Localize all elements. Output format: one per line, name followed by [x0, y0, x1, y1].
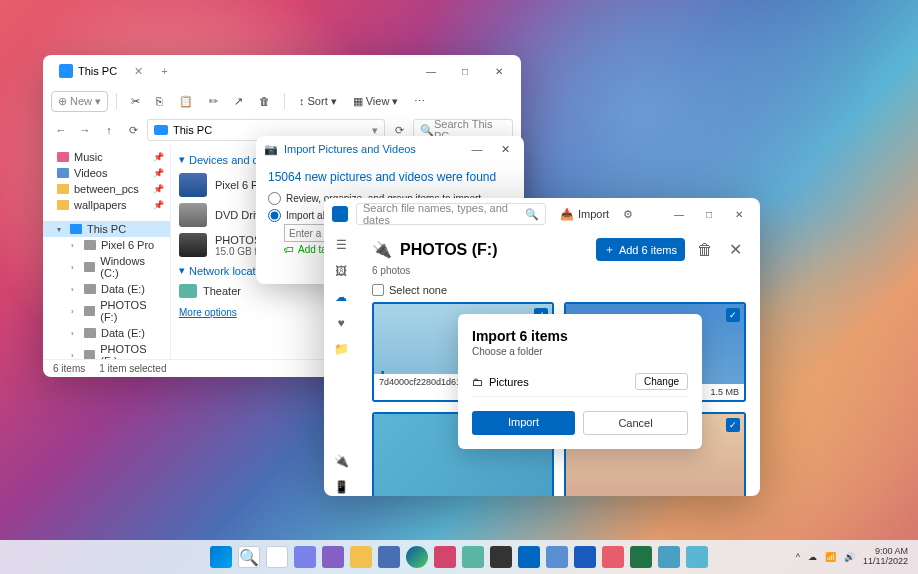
minimize-button[interactable]: —	[666, 209, 692, 220]
close-panel-icon[interactable]: ✕	[725, 240, 746, 259]
nav-onedrive-icon[interactable]: ☁	[332, 288, 350, 306]
nav-device-icon[interactable]: 📱	[332, 478, 350, 496]
tray-chevron-icon[interactable]: ^	[796, 552, 800, 562]
sidebar-item-wallpapers[interactable]: wallpapers📌	[43, 197, 170, 213]
sidebar-item-music[interactable]: Music📌	[43, 149, 170, 165]
import-button[interactable]: 📥Import	[554, 208, 615, 221]
history-button[interactable]: ⟳	[123, 124, 143, 137]
new-tab-button[interactable]: +	[161, 65, 167, 77]
close-button[interactable]: ✕	[494, 143, 516, 156]
share-button[interactable]: ↗	[228, 92, 249, 111]
nav-external-icon[interactable]: 🔌	[332, 452, 350, 470]
select-none-row[interactable]: Select none	[372, 282, 746, 298]
task-view-icon[interactable]	[266, 546, 288, 568]
tray-onedrive-icon[interactable]: ☁	[808, 552, 817, 562]
app-icon-8[interactable]	[602, 546, 624, 568]
search-icon[interactable]: 🔍	[238, 546, 260, 568]
sidebar-item-videos[interactable]: Videos📌	[43, 165, 170, 181]
change-button[interactable]: Change	[635, 373, 688, 390]
minimize-button[interactable]: —	[417, 61, 445, 81]
settings-icon[interactable]	[378, 546, 400, 568]
folder-name: Pictures	[489, 376, 529, 388]
file-explorer-icon[interactable]	[350, 546, 372, 568]
clock[interactable]: 9:00 AM 11/11/2022	[863, 547, 908, 567]
tray-volume-icon[interactable]: 🔊	[844, 552, 855, 562]
delete-button[interactable]: 🗑	[253, 92, 276, 110]
nav-all-photos-icon[interactable]: 🖼	[332, 262, 350, 280]
close-tab-icon[interactable]: ✕	[134, 65, 143, 78]
app-icon-10[interactable]	[658, 546, 680, 568]
photos-sidebar: ☰ 🖼 ☁ ♥ 📁 🔌 📱	[324, 230, 358, 496]
sidebar-item-data-e[interactable]: ›Data (E:)	[43, 281, 170, 297]
sort-button[interactable]: ↕ Sort ▾	[293, 92, 343, 111]
usb-drive-icon	[179, 233, 207, 257]
system-tray: ^ ☁ 📶 🔊 9:00 AM 11/11/2022	[796, 547, 918, 567]
explorer-tab[interactable]: This PC ✕	[51, 60, 151, 82]
add-items-button[interactable]: ＋Add 6 items	[596, 238, 685, 261]
back-button[interactable]: ←	[51, 124, 71, 136]
sidebar-item-pixel[interactable]: ›Pixel 6 Pro	[43, 237, 170, 253]
maximize-button[interactable]: □	[451, 61, 479, 81]
app-icon-11[interactable]	[686, 546, 708, 568]
music-icon	[57, 152, 69, 162]
usb-icon: 🔌	[372, 240, 392, 259]
app-icon-9[interactable]	[630, 546, 652, 568]
maximize-button[interactable]: □	[696, 209, 722, 220]
more-button[interactable]: ⋯	[408, 92, 431, 111]
radio-import-all[interactable]	[268, 209, 281, 222]
checkbox-checked-icon[interactable]: ✓	[726, 418, 740, 432]
close-button[interactable]: ✕	[726, 209, 752, 220]
import-titlebar: 📷 Import Pictures and Videos — ✕	[256, 136, 524, 162]
modal-folder-row: 🗀 Pictures Change	[472, 367, 688, 397]
copy-button[interactable]: ⎘	[150, 92, 169, 110]
app-icon-4[interactable]	[490, 546, 512, 568]
sidebar-item-windows-c[interactable]: ›Windows (C:)	[43, 253, 170, 281]
app-icon-1[interactable]	[322, 546, 344, 568]
search-icon: 🔍	[525, 208, 539, 221]
photos-app-window: Search file names, types, and dates 🔍 📥I…	[324, 198, 760, 496]
photos-titlebar: Search file names, types, and dates 🔍 📥I…	[324, 198, 760, 230]
this-pc-icon	[70, 224, 82, 234]
sidebar-item-data-e2[interactable]: ›Data (E:)	[43, 325, 170, 341]
close-button[interactable]: ✕	[485, 61, 513, 81]
more-options-link[interactable]: More options	[179, 301, 237, 318]
app-icon-6[interactable]	[546, 546, 568, 568]
nav-favorites-icon[interactable]: ♥	[332, 314, 350, 332]
app-icon-2[interactable]	[434, 546, 456, 568]
view-button[interactable]: ▦ View ▾	[347, 92, 405, 111]
checkbox-icon[interactable]	[372, 284, 384, 296]
import-icon: 📥	[560, 208, 574, 221]
import-title: Import Pictures and Videos	[284, 143, 416, 155]
app-icon-5[interactable]	[518, 546, 540, 568]
cancel-button[interactable]: Cancel	[583, 411, 688, 435]
forward-button[interactable]: →	[75, 124, 95, 136]
delete-icon[interactable]: 🗑	[693, 241, 717, 259]
photos-search[interactable]: Search file names, types, and dates 🔍	[356, 203, 546, 225]
sidebar-item-photos-f2[interactable]: ›PHOTOS (F:)	[43, 341, 170, 359]
edge-icon[interactable]	[406, 546, 428, 568]
minimize-button[interactable]: —	[466, 143, 488, 156]
photos-main: 🔌 PHOTOS (F:) ＋Add 6 items 🗑 ✕ 6 photos …	[358, 230, 760, 496]
import-confirm-button[interactable]: Import	[472, 411, 575, 435]
sidebar-item-photos-f[interactable]: ›PHOTOS (F:)	[43, 297, 170, 325]
rename-button[interactable]: ✏	[203, 92, 224, 111]
start-button[interactable]	[210, 546, 232, 568]
tray-network-icon[interactable]: 📶	[825, 552, 836, 562]
address-text: This PC	[173, 124, 212, 136]
paste-button[interactable]: 📋	[173, 92, 199, 111]
refresh-button[interactable]: ⟳	[389, 124, 409, 137]
radio-review[interactable]	[268, 192, 281, 205]
sidebar-item-this-pc[interactable]: ▾This PC	[43, 221, 170, 237]
chat-icon[interactable]	[294, 546, 316, 568]
new-button[interactable]: ⊕ New ▾	[51, 91, 108, 112]
app-icon-3[interactable]	[462, 546, 484, 568]
settings-icon[interactable]: ⚙	[623, 208, 633, 221]
cut-button[interactable]: ✂	[125, 92, 146, 111]
sidebar-item-between-pcs[interactable]: between_pcs📌	[43, 181, 170, 197]
pin-icon: 📌	[153, 168, 164, 178]
nav-menu-icon[interactable]: ☰	[332, 236, 350, 254]
nav-folders-icon[interactable]: 📁	[332, 340, 350, 358]
checkbox-checked-icon[interactable]: ✓	[726, 308, 740, 322]
up-button[interactable]: ↑	[99, 124, 119, 136]
app-icon-7[interactable]	[574, 546, 596, 568]
